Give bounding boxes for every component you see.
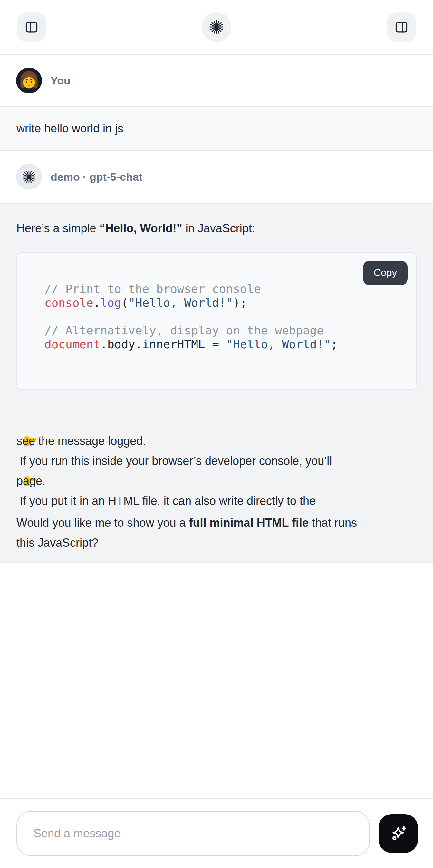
user-avatar: [16, 68, 42, 93]
starburst-icon: [209, 20, 224, 34]
brand-button[interactable]: [202, 12, 231, 42]
message-input[interactable]: [17, 811, 370, 856]
assistant-avatar: [16, 164, 42, 190]
right-panel-toggle-button[interactable]: [386, 12, 416, 42]
panel-right-icon: [394, 20, 409, 34]
person-emoji: [16, 68, 42, 93]
send-button[interactable]: [378, 814, 418, 853]
user-sender-label: You: [51, 74, 70, 87]
panel-left-icon: [24, 20, 39, 34]
code-content: // Print to the browser consoleconsole.l…: [44, 282, 403, 351]
assistant-intro: Here’s a simple “Hello, World!” in JavaS…: [17, 218, 416, 239]
assistant-sender-label: demo · gpt-5-chat: [51, 171, 143, 183]
chat-empty-area: [0, 563, 433, 798]
assistant-message: Here’s a simple “Hello, World!” in JavaS…: [0, 203, 433, 563]
code-block: Copy // Print to the browser consolecons…: [17, 252, 416, 390]
chat-app: You write hello world in js demo · gpt-5…: [0, 0, 433, 868]
assistant-notes: If you run this inside your browser’s de…: [17, 411, 416, 491]
user-message: write hello world in js: [0, 106, 433, 151]
sparkles-icon: [388, 823, 408, 844]
user-message-text: write hello world in js: [17, 122, 123, 135]
starburst-icon: [22, 170, 36, 184]
composer-bar: [0, 798, 433, 868]
assistant-question: Would you like me to show you a full min…: [17, 513, 416, 553]
sidebar-toggle-button[interactable]: [17, 12, 47, 42]
copy-button[interactable]: Copy: [363, 261, 407, 285]
assistant-message-header: demo · gpt-5-chat: [0, 151, 433, 203]
user-message-header: You: [0, 55, 433, 106]
top-bar: [0, 0, 433, 55]
